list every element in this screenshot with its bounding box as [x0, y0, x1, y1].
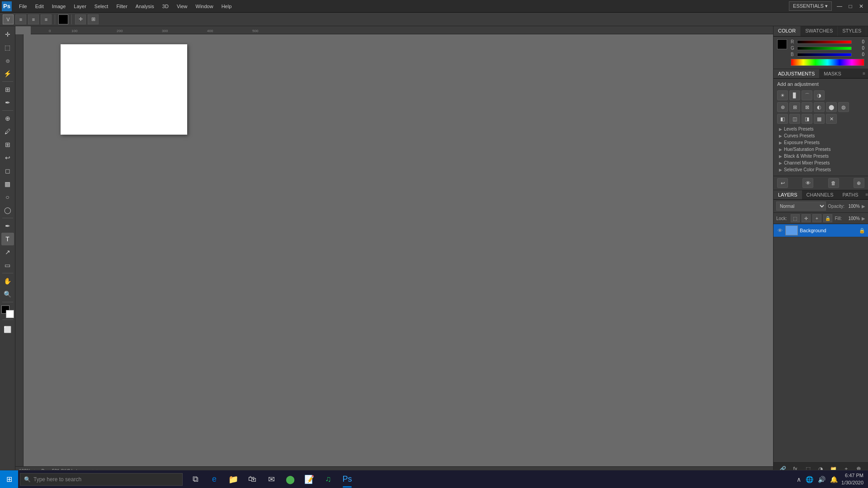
- adj-gradient-map-icon[interactable]: ▦: [814, 114, 825, 124]
- essentials-button[interactable]: ESSENTIALS ▾: [789, 1, 832, 11]
- taskbar-spotify[interactable]: ♫: [319, 470, 337, 488]
- adj-vibrance-icon[interactable]: ⊛: [777, 102, 788, 112]
- quick-mask-tool[interactable]: ⬜: [1, 323, 14, 336]
- align-right-btn[interactable]: ≡: [41, 14, 52, 24]
- background-color[interactable]: [6, 310, 14, 318]
- adj-selective-icon[interactable]: ✕: [826, 114, 837, 124]
- close-button[interactable]: ✕: [856, 1, 866, 11]
- taskbar-sticky-notes[interactable]: 📝: [300, 470, 318, 488]
- tab-paths[interactable]: PATHS: [838, 190, 863, 199]
- adj-exposure-icon[interactable]: ◑: [814, 90, 825, 100]
- layer-visibility-toggle[interactable]: 👁: [776, 227, 783, 234]
- opacity-arrow[interactable]: ▶: [862, 204, 865, 209]
- adj-levels-icon[interactable]: ▊: [789, 90, 800, 100]
- move-tool-option[interactable]: ✛: [75, 14, 86, 24]
- menu-layer[interactable]: Layer: [70, 2, 90, 10]
- pen-tool[interactable]: ✒: [1, 220, 14, 232]
- type-tool[interactable]: T: [1, 233, 14, 245]
- path-select-tool[interactable]: ↗: [1, 246, 14, 258]
- healing-tool[interactable]: ⊕: [1, 112, 14, 125]
- gradient-tool[interactable]: ▩: [1, 178, 14, 190]
- preset-levels[interactable]: ▶ Levels Presets: [777, 126, 864, 132]
- dodge-tool[interactable]: ◯: [1, 204, 14, 216]
- tab-color[interactable]: COLOR: [774, 26, 801, 36]
- minimize-button[interactable]: —: [835, 1, 844, 11]
- preset-selective-color[interactable]: ▶ Selective Color Presets: [777, 166, 864, 173]
- preset-curves[interactable]: ▶ Curves Presets: [777, 132, 864, 139]
- zoom-tool[interactable]: 🔍: [1, 288, 14, 300]
- preset-bw[interactable]: ▶ Black & White Presets: [777, 153, 864, 160]
- adj-info-icon[interactable]: ⊕: [854, 178, 864, 188]
- start-button[interactable]: ⊞: [0, 470, 18, 488]
- menu-window[interactable]: Window: [192, 2, 217, 10]
- document-canvas[interactable]: [61, 44, 187, 135]
- lasso-tool[interactable]: ⌾: [1, 54, 14, 67]
- adj-threshold-icon[interactable]: ◨: [802, 114, 812, 124]
- brush-tool[interactable]: 🖊: [1, 125, 14, 138]
- adj-curves-icon[interactable]: ⌒: [802, 90, 812, 100]
- lock-position-btn[interactable]: ✛: [802, 214, 811, 222]
- tab-channels[interactable]: CHANNELS: [802, 190, 838, 199]
- adj-colorbalance-icon[interactable]: ⊠: [802, 102, 812, 112]
- lock-all-btn[interactable]: +: [812, 214, 821, 222]
- color-swatch[interactable]: [777, 39, 787, 49]
- history-brush-tool[interactable]: ↩: [1, 151, 14, 164]
- layers-panel-close[interactable]: ≡: [863, 190, 868, 199]
- eyedropper-tool[interactable]: ✒: [1, 96, 14, 109]
- canvas-document[interactable]: [61, 44, 187, 135]
- blend-mode-select[interactable]: Normal: [776, 202, 826, 211]
- eraser-tool[interactable]: ◻: [1, 164, 14, 177]
- preset-exposure[interactable]: ▶ Exposure Presets: [777, 139, 864, 146]
- menu-select[interactable]: Select: [91, 2, 112, 10]
- marquee-tool[interactable]: ⬚: [1, 41, 14, 54]
- align-left-btn[interactable]: ≡: [15, 14, 26, 24]
- menu-filter[interactable]: Filter: [113, 2, 131, 10]
- path-option[interactable]: ⊞: [88, 14, 99, 24]
- fill-arrow[interactable]: ▶: [862, 216, 865, 221]
- taskbar-photoshop[interactable]: Ps: [338, 470, 356, 488]
- red-slider[interactable]: [797, 40, 852, 44]
- adj-hsl-icon[interactable]: ⊞: [789, 102, 800, 112]
- taskbar-edge[interactable]: e: [205, 470, 223, 488]
- hand-tool[interactable]: ✋: [1, 275, 14, 287]
- blur-tool[interactable]: ○: [1, 191, 14, 203]
- preset-channel-mixer[interactable]: ▶ Channel Mixer Presets: [777, 160, 864, 166]
- adj-photof-icon[interactable]: ⬤: [826, 102, 837, 112]
- menu-help[interactable]: Help: [218, 2, 236, 10]
- layer-background[interactable]: 👁 Background 🔒: [774, 224, 868, 237]
- tab-layers[interactable]: LAYERS: [774, 190, 802, 199]
- blue-slider[interactable]: [797, 53, 852, 56]
- canvas-area[interactable]: 0 100 200 300 400 500 100% ▶ Doc: 531.6K…: [15, 26, 773, 475]
- taskbar-store[interactable]: 🛍: [243, 470, 261, 488]
- tab-adjustments[interactable]: ADJUSTMENTS: [774, 69, 819, 78]
- menu-3d[interactable]: 3D: [159, 2, 172, 10]
- adj-colormix-icon[interactable]: ◍: [838, 102, 849, 112]
- foreground-color-option[interactable]: [58, 14, 68, 24]
- menu-analysis[interactable]: Analysis: [132, 2, 158, 10]
- adj-brightness-icon[interactable]: ☀: [777, 90, 788, 100]
- lock-lock-btn[interactable]: 🔒: [823, 214, 832, 222]
- green-slider[interactable]: [797, 47, 852, 50]
- adj-delete-icon[interactable]: 🗑: [828, 178, 839, 188]
- tab-masks[interactable]: MASKS: [819, 69, 846, 78]
- preset-hue-saturation[interactable]: ▶ Hue/Saturation Presets: [777, 146, 864, 153]
- lock-pixels-btn[interactable]: ⬚: [791, 214, 800, 222]
- tray-volume-icon[interactable]: 🔊: [817, 475, 826, 484]
- tool-select-btn[interactable]: V: [3, 14, 14, 24]
- menu-image[interactable]: Image: [48, 2, 70, 10]
- shape-tool[interactable]: ▭: [1, 259, 14, 272]
- adj-bw-icon[interactable]: ◐: [814, 102, 825, 112]
- align-center-btn[interactable]: ≡: [28, 14, 39, 24]
- menu-file[interactable]: File: [15, 2, 31, 10]
- crop-tool[interactable]: ⊞: [1, 83, 14, 96]
- color-panel-close[interactable]: ≡: [866, 26, 868, 36]
- menu-view[interactable]: View: [173, 2, 191, 10]
- tray-notification-icon[interactable]: 🔔: [829, 475, 839, 484]
- color-spectrum[interactable]: [791, 59, 864, 66]
- adj-visibility-icon[interactable]: 👁: [802, 178, 813, 188]
- adj-posterize-icon[interactable]: ◫: [789, 114, 800, 124]
- clone-tool[interactable]: ⊞: [1, 138, 14, 151]
- taskbar-mail[interactable]: ✉: [262, 470, 280, 488]
- tray-chevron-icon[interactable]: ∧: [796, 475, 802, 484]
- menu-edit[interactable]: Edit: [32, 2, 47, 10]
